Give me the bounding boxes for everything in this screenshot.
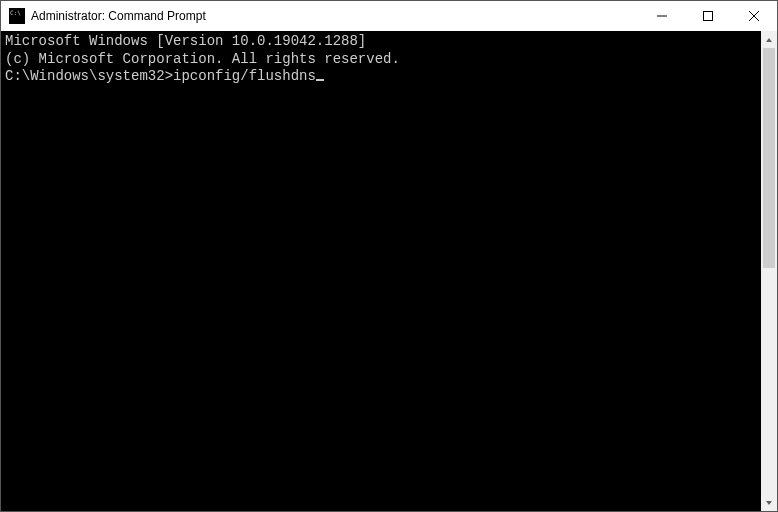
client-area: Microsoft Windows [Version 10.0.19042.12… xyxy=(1,31,777,511)
vertical-scrollbar[interactable] xyxy=(761,31,777,511)
window-title: Administrator: Command Prompt xyxy=(31,9,206,23)
window-controls xyxy=(639,1,777,31)
maximize-button[interactable] xyxy=(685,1,731,31)
typed-command: ipconfig/flushdns xyxy=(173,68,316,84)
terminal-output[interactable]: Microsoft Windows [Version 10.0.19042.12… xyxy=(1,31,761,511)
scrollbar-thumb[interactable] xyxy=(763,48,775,268)
cmd-icon xyxy=(9,8,25,24)
cursor-icon xyxy=(316,79,324,81)
svg-rect-0 xyxy=(704,12,713,21)
minimize-button[interactable] xyxy=(639,1,685,31)
terminal-line: Microsoft Windows [Version 10.0.19042.12… xyxy=(5,33,757,51)
terminal-line: (c) Microsoft Corporation. All rights re… xyxy=(5,51,757,69)
prompt-line: C:\Windows\system32>ipconfig/flushdns xyxy=(5,68,757,86)
title-bar[interactable]: Administrator: Command Prompt xyxy=(1,1,777,31)
close-button[interactable] xyxy=(731,1,777,31)
scrollbar-track[interactable] xyxy=(761,48,777,494)
scroll-down-button[interactable] xyxy=(761,494,777,511)
prompt: C:\Windows\system32> xyxy=(5,68,173,84)
scroll-up-button[interactable] xyxy=(761,31,777,48)
